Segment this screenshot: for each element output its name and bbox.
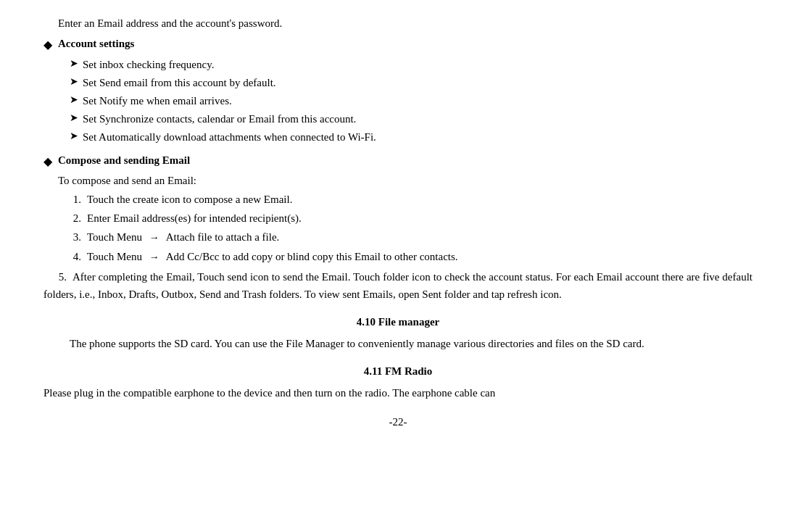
sub-item-5-text: Set Automatically download attachments w… — [83, 128, 376, 146]
bullet-diamond-icon-2: ◆ — [43, 152, 52, 171]
compose-section: ◆ Compose and sending Email To compose a… — [43, 151, 753, 303]
num-4: 4. — [58, 248, 81, 265]
account-settings-sub-items: ➤ Set inbox checking frequency. ➤ Set Se… — [70, 56, 753, 146]
compose-item-2-text: Enter Email address(es) for intended rec… — [87, 209, 302, 227]
sub-item-4: ➤ Set Synchronize contacts, calendar or … — [70, 110, 753, 128]
compose-item-1-text: Touch the create icon to compose a new E… — [87, 191, 292, 208]
bullet-diamond-icon: ◆ — [43, 36, 52, 54]
arrow-icon-5: ➤ — [70, 128, 78, 144]
file-manager-heading-block: 4.10 File manager — [43, 313, 753, 331]
compose-intro-text: To compose and send an Email: — [58, 172, 753, 189]
arrow-icon-3: ➤ — [70, 92, 78, 108]
arrow-icon-4: ➤ — [70, 110, 78, 126]
compose-item-1: 1. Touch the create icon to compose a ne… — [58, 191, 753, 208]
intro-text: Enter an Email address and the account's… — [43, 14, 753, 32]
compose-item-5: 5.After completing the Email, Touch send… — [43, 268, 753, 303]
compose-numbered-list: 1. Touch the create icon to compose a ne… — [58, 191, 753, 265]
arrow-icon-2: ➤ — [70, 74, 78, 90]
account-settings-section: ◆ Account settings ➤ Set inbox checking … — [43, 35, 753, 146]
arrow-inline-3: → — [149, 232, 159, 243]
sub-item-3: ➤ Set Notify me when email arrives. — [70, 92, 753, 109]
arrow-icon-1: ➤ — [70, 56, 78, 72]
compose-item-2: 2. Enter Email address(es) for intended … — [58, 209, 753, 227]
compose-item-5-text: After completing the Email, Touch send i… — [43, 271, 753, 300]
fm-radio-heading-block: 4.11 FM Radio — [43, 362, 753, 380]
compose-item-3: 3. Touch Menu → Attach file to attach a … — [58, 228, 753, 246]
account-settings-header: ◆ Account settings — [43, 35, 753, 54]
account-settings-title: Account settings — [58, 35, 134, 52]
file-manager-paragraph: The phone supports the SD card. You can … — [43, 335, 753, 352]
sub-item-1-text: Set inbox checking frequency. — [83, 56, 214, 73]
num-1: 1. — [58, 191, 81, 208]
compose-title: Compose and sending Email — [58, 151, 190, 169]
sub-item-2-text: Set Send email from this account by defa… — [83, 74, 276, 91]
page-number: -22- — [43, 413, 753, 431]
num-2: 2. — [58, 209, 81, 227]
num-3: 3. — [58, 228, 81, 246]
fm-radio-paragraph: Please plug in the compatible earphone t… — [43, 384, 753, 402]
sub-item-4-text: Set Synchronize contacts, calendar or Em… — [83, 110, 356, 128]
compose-item-3-text: Touch Menu → Attach file to attach a fil… — [87, 228, 279, 246]
arrow-inline-4: → — [149, 252, 159, 262]
file-manager-heading: 4.10 File manager — [357, 316, 440, 328]
compose-header: ◆ Compose and sending Email — [43, 151, 753, 171]
sub-item-5: ➤ Set Automatically download attachments… — [70, 128, 753, 146]
sub-item-3-text: Set Notify me when email arrives. — [83, 92, 232, 109]
compose-item-4: 4. Touch Menu → Add Cc/Bcc to add copy o… — [58, 248, 753, 265]
compose-item-4-text: Touch Menu → Add Cc/Bcc to add copy or b… — [87, 248, 458, 265]
fm-radio-heading: 4.11 FM Radio — [364, 365, 433, 377]
sub-item-2: ➤ Set Send email from this account by de… — [70, 74, 753, 91]
num-5: 5. — [43, 268, 67, 286]
sub-item-1: ➤ Set inbox checking frequency. — [70, 56, 753, 73]
